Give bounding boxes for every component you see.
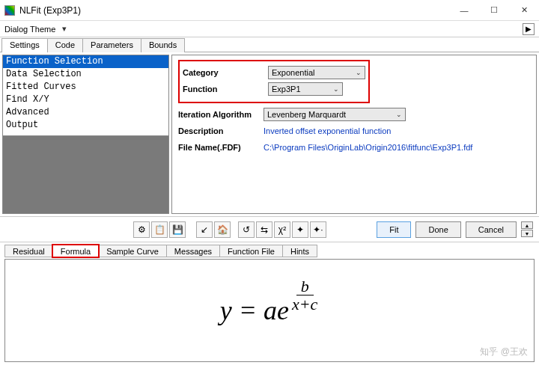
titlebar: NLFit (Exp3P1) — ☐ ✕	[0, 0, 539, 21]
spin-up[interactable]: ▲	[521, 221, 533, 229]
maximize-button[interactable]: ☐	[479, 0, 509, 21]
iteration-label: Iteration Algorithm	[178, 110, 261, 119]
minimize-button[interactable]: —	[449, 0, 479, 21]
iteration-row: Iteration Algorithm Levenberg Marquardt …	[178, 106, 530, 123]
spin-down[interactable]: ▼	[521, 230, 533, 237]
tree-item-output[interactable]: Output	[3, 119, 168, 132]
category-function-highlight: Category Exponential ⌄ Function Exp3P1 ⌄	[178, 60, 370, 103]
fit-button[interactable]: Fit	[377, 221, 411, 238]
tree-item-fitted-curves[interactable]: Fitted Curves	[3, 81, 168, 94]
dialog-theme-label: Dialog Theme	[4, 25, 55, 34]
filename-row: File Name(.FDF) C:\Program Files\OriginL…	[178, 139, 530, 156]
tab-residual[interactable]: Residual	[4, 245, 53, 257]
cancel-button[interactable]: Cancel	[466, 221, 517, 238]
tool-j[interactable]: ✦·	[310, 221, 326, 238]
tree-item-data-selection[interactable]: Data Selection	[3, 68, 168, 81]
formula-exponent: b x+c	[290, 278, 319, 313]
tab-function-file[interactable]: Function File	[219, 245, 283, 257]
function-combo[interactable]: Exp3P1 ⌄	[268, 82, 343, 96]
description-value: Inverted offset exponential function	[264, 126, 391, 135]
app-icon	[4, 5, 15, 16]
main-split: Function Selection Data Selection Fitted…	[0, 52, 539, 217]
tool-c[interactable]: 💾	[169, 221, 186, 238]
settings-tabs: Settings Code Parameters Bounds	[0, 37, 539, 52]
iteration-combo[interactable]: Levenberg Marquardt ⌄	[264, 108, 406, 121]
watermark: 知乎 @王欢	[480, 346, 528, 358]
tab-sample-curve[interactable]: Sample Curve	[98, 245, 167, 257]
tree-item-advanced[interactable]: Advanced	[3, 106, 168, 119]
formula-panel: y = ae b x+c 知乎 @王欢	[4, 259, 535, 362]
category-label: Category	[183, 68, 265, 77]
tab-settings[interactable]: Settings	[1, 38, 48, 52]
spin-buttons: ▲ ▼	[521, 221, 533, 237]
window-buttons: — ☐ ✕	[449, 0, 539, 21]
category-row: Category Exponential ⌄	[183, 64, 365, 81]
done-button[interactable]: Done	[415, 221, 460, 238]
filename-label: File Name(.FDF)	[178, 143, 261, 152]
dialog-theme-dropdown[interactable]: ▾	[60, 24, 69, 34]
settings-tree[interactable]: Function Selection Data Selection Fitted…	[3, 55, 168, 136]
toolbar: ⚙ 📋 💾 ↙ 🏠 ↺ ⇆ χ² ✦ ✦· Fit Done Cancel ▲ …	[0, 217, 539, 242]
tool-icon-group: ⚙ 📋 💾 ↙ 🏠 ↺ ⇆ χ² ✦ ✦·	[133, 221, 326, 238]
tool-g[interactable]: ⇆	[256, 221, 272, 238]
tool-d[interactable]: ↙	[196, 221, 213, 238]
formula-denominator: x+c	[290, 295, 319, 313]
tool-b[interactable]: 📋	[151, 221, 168, 238]
window-title: NLFit (Exp3P1)	[19, 5, 449, 16]
tab-hints[interactable]: Hints	[282, 245, 317, 257]
iteration-value: Levenberg Marquardt	[267, 110, 346, 119]
right-pane: Category Exponential ⌄ Function Exp3P1 ⌄…	[171, 55, 537, 214]
left-pane-empty	[3, 136, 168, 213]
tool-h[interactable]: χ²	[274, 221, 290, 238]
tab-code[interactable]: Code	[47, 38, 83, 52]
tree-item-function-selection[interactable]: Function Selection	[3, 55, 168, 68]
dialog-theme-play-button[interactable]: ▶	[523, 23, 535, 35]
description-row: Description Inverted offset exponential …	[178, 123, 530, 139]
chevron-down-icon: ⌄	[356, 69, 362, 76]
close-button[interactable]: ✕	[509, 0, 539, 21]
function-value: Exp3P1	[272, 85, 301, 94]
tool-a[interactable]: ⚙	[133, 221, 150, 238]
tool-e[interactable]: 🏠	[214, 221, 231, 238]
dialog-theme-row: Dialog Theme ▾ ▶	[0, 21, 539, 37]
tool-f[interactable]: ↺	[238, 221, 255, 238]
function-row: Function Exp3P1 ⌄	[183, 81, 365, 97]
tab-bounds[interactable]: Bounds	[141, 38, 185, 52]
chevron-down-icon: ⌄	[396, 111, 402, 118]
tab-formula[interactable]: Formula	[52, 245, 99, 257]
bottom-tabs: Residual Formula Sample Curve Messages F…	[0, 242, 539, 257]
tool-i[interactable]: ✦	[292, 221, 308, 238]
formula-base: y = ae	[220, 295, 289, 326]
chevron-down-icon: ⌄	[333, 85, 339, 93]
tab-parameters[interactable]: Parameters	[82, 38, 141, 52]
tab-messages[interactable]: Messages	[166, 245, 220, 257]
description-label: Description	[178, 126, 261, 135]
function-label: Function	[183, 85, 265, 94]
formula-numerator: b	[296, 278, 314, 295]
category-combo[interactable]: Exponential ⌄	[268, 66, 365, 79]
category-value: Exponential	[272, 68, 315, 77]
formula-equation: y = ae b x+c	[220, 293, 320, 328]
tree-item-find-xy[interactable]: Find X/Y	[3, 94, 168, 106]
filename-value: C:\Program Files\OriginLab\Origin2016\fi…	[264, 143, 472, 152]
left-pane: Function Selection Data Selection Fitted…	[2, 55, 169, 214]
